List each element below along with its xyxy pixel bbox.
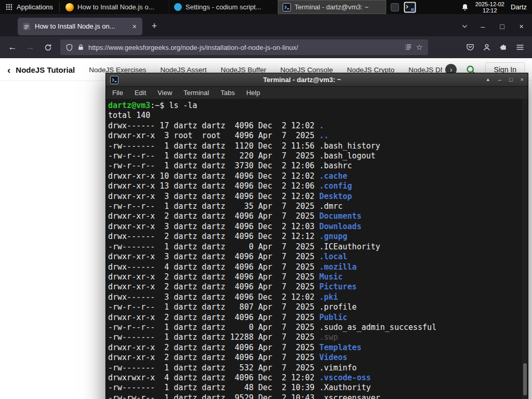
terminal-entry: -rw------- 1 dartz dartz 532 Apr 7 2025 … bbox=[108, 363, 357, 373]
browser-minimize-button[interactable]: – bbox=[474, 18, 491, 35]
taskbar-window-codium[interactable]: Settings - codium script... bbox=[169, 0, 278, 14]
tray-terminal-icon[interactable] bbox=[404, 2, 416, 13]
terminal-rollup-button[interactable]: ▲ bbox=[486, 77, 490, 82]
file-name: Music bbox=[319, 272, 342, 282]
terminal-entry: -rw-r--r-- 1 dartz dartz 220 Apr 7 2025 … bbox=[108, 151, 376, 161]
clock[interactable]: 2025-12-02 12:12 bbox=[475, 1, 504, 14]
firefox-icon bbox=[65, 3, 74, 11]
file-name: Public bbox=[319, 313, 347, 322]
list-all-tabs-button[interactable] bbox=[457, 19, 472, 34]
file-name: Documents bbox=[319, 211, 361, 221]
terminal-close-button[interactable]: × bbox=[521, 77, 524, 83]
terminal-entry: drwx------ 17 dartz dartz 4096 Dec 2 12:… bbox=[108, 121, 324, 130]
tracking-shield-icon[interactable] bbox=[65, 44, 73, 51]
terminal-entry: -rw------- 1 dartz dartz 48 Dec 2 10:39 … bbox=[108, 383, 371, 392]
terminal-entry: drwxr-xr-x 10 dartz dartz 4096 Dec 2 12:… bbox=[108, 171, 348, 181]
terminal-entry: drwxr-xr-x 2 dartz dartz 4096 Apr 7 2025… bbox=[108, 353, 348, 362]
url-text[interactable]: https://www.geeksforgeeks.org/node-js/in… bbox=[88, 44, 401, 51]
reader-view-icon[interactable] bbox=[405, 44, 412, 51]
file-name: .pki bbox=[319, 292, 338, 302]
terminal-output: dartz@vm3:~$ ls -la total 140 drwx------… bbox=[106, 99, 528, 399]
tray-app-icon[interactable] bbox=[391, 3, 399, 11]
menu-terminal[interactable]: Terminal bbox=[178, 87, 215, 99]
pocket-button[interactable] bbox=[462, 39, 478, 55]
file-name: .local bbox=[319, 252, 347, 261]
file-name: Pictures bbox=[319, 282, 356, 291]
terminal-entry: -rw-r--r-- 1 dartz dartz 3730 Dec 2 12:0… bbox=[108, 161, 352, 170]
terminal-menubar: File Edit View Terminal Tabs Help bbox=[106, 87, 528, 99]
browser-close-button[interactable]: × bbox=[513, 18, 530, 35]
terminal-entry: drwxr-xr-x 3 root root 4096 Apr 7 2025 .… bbox=[108, 131, 328, 140]
terminal-scrollbar-thumb[interactable] bbox=[523, 363, 527, 395]
terminal-entry: drwxr-xr-x 2 dartz dartz 4096 Apr 7 2025… bbox=[108, 211, 362, 221]
applications-menu-button[interactable]: Applications bbox=[0, 0, 58, 14]
back-button[interactable]: ← bbox=[4, 39, 21, 55]
terminal-minimize-button[interactable]: – bbox=[498, 77, 501, 83]
new-tab-button[interactable]: + bbox=[147, 19, 162, 34]
menu-tabs[interactable]: Tabs bbox=[215, 87, 240, 99]
account-icon bbox=[483, 43, 491, 51]
taskbar-window-label: How to Install Node.js o... bbox=[77, 3, 154, 11]
tab-close-icon[interactable]: × bbox=[131, 22, 138, 31]
clock-time: 12:12 bbox=[475, 7, 504, 14]
terminal-maximize-button[interactable]: □ bbox=[509, 77, 513, 83]
file-name: Videos bbox=[319, 353, 347, 362]
terminal-entry: -rw-rw-r-- 1 dartz dartz 9529 Dec 2 10:4… bbox=[108, 393, 380, 399]
reload-button[interactable] bbox=[39, 39, 56, 55]
menu-view[interactable]: View bbox=[152, 87, 178, 99]
file-name: .config bbox=[319, 181, 352, 191]
terminal-entry: -rw------- 1 dartz dartz 0 Apr 7 2025 .I… bbox=[108, 242, 380, 251]
notification-bell-icon[interactable] bbox=[461, 3, 469, 11]
file-name: .ICEauthority bbox=[319, 242, 380, 251]
file-name: .profile bbox=[319, 302, 356, 312]
menu-help[interactable]: Help bbox=[241, 87, 266, 99]
terminal-entry: drwxrwxr-x 4 dartz dartz 4096 Dec 2 12:0… bbox=[108, 373, 371, 382]
terminal-entry: drwx------ 2 dartz dartz 4096 Dec 2 12:1… bbox=[108, 232, 348, 241]
terminal-entry: -rw-r--r-- 1 dartz dartz 35 Apr 7 2025 .… bbox=[108, 202, 343, 211]
menu-file[interactable]: File bbox=[107, 87, 129, 99]
bookmark-star-icon[interactable]: ☆ bbox=[416, 43, 423, 52]
terminal-icon bbox=[283, 3, 291, 11]
extensions-button[interactable] bbox=[496, 39, 511, 55]
browser-tab[interactable]: How to Install Node.js on... × bbox=[18, 18, 142, 35]
extensions-puzzle-icon bbox=[499, 43, 508, 51]
terminal-scrollbar[interactable] bbox=[522, 99, 528, 399]
terminal-titlebar[interactable]: Terminal - dartz@vm3: ~ ▲ – □ × bbox=[106, 73, 528, 87]
terminal-entry: drwxr-xr-x 2 dartz dartz 4096 Apr 7 2025… bbox=[108, 313, 348, 322]
url-bar[interactable]: https://www.geeksforgeeks.org/node-js/in… bbox=[60, 39, 428, 55]
browser-toolbar: ← → https://www.geeksforgeeks.org/node-j… bbox=[0, 36, 532, 58]
system-tray bbox=[391, 2, 416, 13]
terminal-body[interactable]: dartz@vm3:~$ ls -la total 140 drwx------… bbox=[106, 99, 528, 399]
file-name: .xscreensaver bbox=[319, 393, 380, 399]
taskbar-window-terminal[interactable]: Terminal - dartz@vm3: ~ bbox=[278, 0, 387, 14]
forward-button[interactable]: → bbox=[22, 39, 38, 55]
codium-icon bbox=[174, 3, 182, 11]
subnav-link-tutorial[interactable]: NodeJS Tutorial bbox=[16, 65, 75, 74]
terminal-entry: drwxr-xr-x 2 dartz dartz 4096 Apr 7 2025… bbox=[108, 282, 357, 291]
terminal-entry: drwx------ 3 dartz dartz 4096 Dec 2 12:0… bbox=[108, 292, 338, 302]
file-name: .vscode-oss bbox=[319, 373, 370, 382]
file-name: .bashrc bbox=[319, 161, 352, 170]
reload-icon bbox=[44, 44, 52, 51]
taskbar-window-firefox[interactable]: How to Install Node.js o... bbox=[61, 0, 169, 14]
subnav-back-chevron-icon[interactable]: ‹ bbox=[7, 65, 10, 75]
terminal-app-icon bbox=[110, 76, 118, 84]
applications-grid-icon bbox=[5, 3, 13, 11]
terminal-entry: drwxr-xr-x 3 dartz dartz 4096 Dec 2 12:0… bbox=[108, 222, 362, 231]
hamburger-menu-icon bbox=[516, 44, 524, 51]
menu-edit[interactable]: Edit bbox=[129, 87, 152, 99]
taskbar-right: 2025-12-02 12:12 Dartz bbox=[461, 1, 532, 14]
terminal-entry: drwxr-xr-x 3 dartz dartz 4096 Apr 7 2025… bbox=[108, 252, 348, 261]
file-name: .dmrc bbox=[319, 202, 342, 211]
desktop-screen: Applications How to Install Node.js o...… bbox=[0, 0, 532, 399]
user-menu[interactable]: Dartz bbox=[511, 3, 527, 11]
account-button[interactable] bbox=[479, 39, 495, 55]
menu-button[interactable] bbox=[512, 39, 528, 55]
file-name: .sudo_as_admin_successful bbox=[319, 323, 436, 332]
taskbar-separator bbox=[59, 3, 60, 12]
file-name: .bash_logout bbox=[319, 151, 375, 161]
lock-icon[interactable] bbox=[77, 44, 84, 51]
terminal-prompt-line: dartz@vm3:~$ ls -la bbox=[108, 101, 197, 110]
browser-maximize-button[interactable]: □ bbox=[494, 18, 511, 35]
terminal-entry: -rw------- 1 dartz dartz 1120 Dec 2 11:5… bbox=[108, 141, 380, 151]
